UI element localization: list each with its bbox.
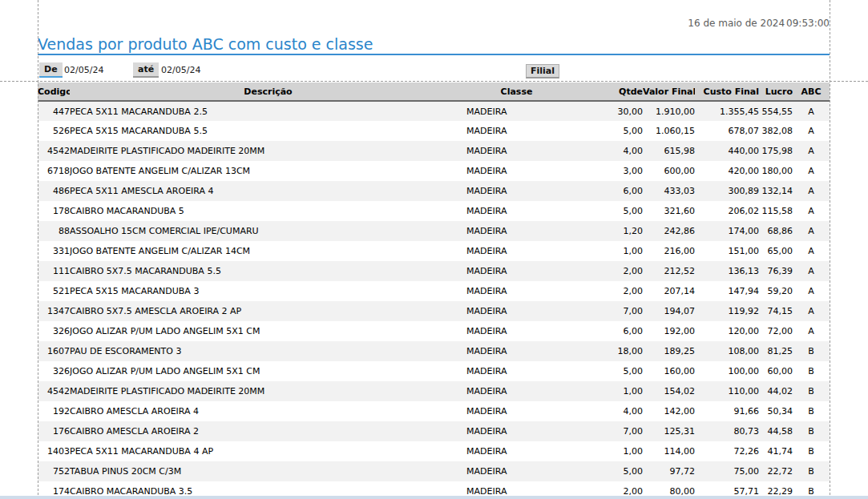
cell-codigo: 6718	[38, 161, 70, 181]
cell-qtde: 7,00	[567, 421, 643, 441]
cell-valor-final: 600,00	[643, 161, 695, 181]
cell-qtde: 5,00	[567, 201, 643, 221]
cell-classe: MADEIRA	[466, 381, 567, 401]
cell-qtde: 1,00	[567, 241, 643, 261]
table-row: 178CAIBRO MACARANDUBA 5MADEIRA5,00321,60…	[38, 201, 830, 221]
cell-qtde: 5,00	[567, 121, 643, 141]
timestamp-date: 16 de maio de 2024	[688, 18, 785, 29]
date-from-value: 02/05/24	[64, 65, 103, 75]
page-title: Vendas por produto ABC com custo e class…	[38, 35, 373, 53]
cell-classe: MADEIRA	[466, 301, 567, 321]
cell-custo-final: 110,00	[695, 381, 759, 401]
cell-codigo: 326	[38, 321, 70, 341]
table-row: 326JOGO ALIZAR P/UM LADO ANGELIM 5X1 CMM…	[38, 321, 830, 341]
cell-qtde: 18,00	[567, 341, 643, 361]
cell-lucro: 41,74	[759, 441, 793, 461]
cell-valor-final: 321,60	[643, 201, 695, 221]
cell-codigo: 1347	[38, 301, 70, 321]
cell-qtde: 1,00	[567, 381, 643, 401]
cell-codigo: 176	[38, 421, 70, 441]
cell-descricao: TABUA PINUS 20CM C/3M	[70, 461, 466, 481]
cell-descricao: PECA 5X15 MACARANDUBA 3	[70, 281, 466, 301]
print-margin-guide-right	[830, 0, 830, 499]
cell-lucro: 44,02	[759, 381, 793, 401]
cell-custo-final: 75,00	[695, 461, 759, 481]
table-row: 526PECA 5X15 MACARANDUBA 5.5MADEIRA5,001…	[38, 121, 830, 141]
cell-classe: MADEIRA	[466, 321, 567, 341]
table-row: 88ASSOALHO 15CM COMERCIAL IPE/CUMARUMADE…	[38, 221, 830, 241]
table-row: 4542MADEIRITE PLASTIFICADO MADEIRITE 20M…	[38, 141, 830, 161]
date-from-chip[interactable]: De	[39, 62, 63, 78]
cell-abc: A	[793, 101, 830, 121]
cell-custo-final: 119,92	[695, 301, 759, 321]
cell-classe: MADEIRA	[466, 221, 567, 241]
cell-qtde: 2,00	[567, 261, 643, 281]
cell-descricao: PAU DE ESCORAMENTO 3	[70, 341, 466, 361]
cell-abc: A	[793, 301, 830, 321]
cell-classe: MADEIRA	[466, 341, 567, 361]
cell-valor-final: 212,52	[643, 261, 695, 281]
cell-descricao: JOGO BATENTE ANGELIM C/ALIZAR 13CM	[70, 161, 466, 181]
cell-abc: B	[793, 341, 830, 361]
cell-lucro: 44,58	[759, 421, 793, 441]
cell-lucro: 72,00	[759, 321, 793, 341]
cell-descricao: JOGO ALIZAR P/UM LADO ANGELIM 5X1 CM	[70, 361, 466, 381]
cell-classe: MADEIRA	[466, 461, 567, 481]
cell-abc: A	[793, 161, 830, 181]
cell-valor-final: 160,00	[643, 361, 695, 381]
table-row: 1607PAU DE ESCORAMENTO 3MADEIRA18,00189,…	[38, 341, 830, 361]
cell-custo-final: 91,66	[695, 401, 759, 421]
column-header-qtde: Qtde	[567, 82, 643, 101]
cell-lucro: 115,58	[759, 201, 793, 221]
cell-custo-final: 120,00	[695, 321, 759, 341]
cell-valor-final: 615,98	[643, 141, 695, 161]
cell-valor-final: 1.910,00	[643, 101, 695, 121]
cell-classe: MADEIRA	[466, 361, 567, 381]
cell-descricao: ASSOALHO 15CM COMERCIAL IPE/CUMARU	[70, 221, 466, 241]
table-row: 192CAIBRO AMESCLA AROEIRA 4MADEIRA4,0014…	[38, 401, 830, 421]
report-page: 16 de maio de 202409:53:00 Vendas por pr…	[0, 0, 868, 499]
cell-descricao: MADEIRITE PLASTIFICADO MADEIRITE 20MM	[70, 381, 466, 401]
cell-descricao: CAIBRO 5X7.5 MACARANDUBA 5.5	[70, 261, 466, 281]
cell-codigo: 4542	[38, 141, 70, 161]
cell-valor-final: 216,00	[643, 241, 695, 261]
cell-qtde: 30,00	[567, 101, 643, 121]
cell-custo-final: 72,26	[695, 441, 759, 461]
table-row: 1403PECA 5X11 MACARANDUBA 4 APMADEIRA1,0…	[38, 441, 830, 461]
table-row: 176CAIBRO AMESCLA AROEIRA 2MADEIRA7,0012…	[38, 421, 830, 441]
cell-custo-final: 100,00	[695, 361, 759, 381]
table-row: 486PECA 5X11 AMESCLA AROEIRA 4MADEIRA6,0…	[38, 181, 830, 201]
cell-codigo: 1403	[38, 441, 70, 461]
cell-codigo: 192	[38, 401, 70, 421]
cell-qtde: 5,00	[567, 461, 643, 481]
cell-classe: MADEIRA	[466, 421, 567, 441]
cell-descricao: JOGO ALIZAR P/UM LADO ANGELIM 5X1 CM	[70, 321, 466, 341]
cell-lucro: 59,20	[759, 281, 793, 301]
cell-codigo: 4542	[38, 381, 70, 401]
cell-valor-final: 154,02	[643, 381, 695, 401]
cell-custo-final: 174,00	[695, 221, 759, 241]
cell-valor-final: 192,00	[643, 321, 695, 341]
cell-abc: B	[793, 441, 830, 461]
cell-valor-final: 242,86	[643, 221, 695, 241]
cell-valor-final: 142,00	[643, 401, 695, 421]
date-to-value: 02/05/24	[161, 65, 200, 75]
print-margin-guide-left	[38, 0, 38, 499]
print-margin-guide-top	[0, 81, 868, 82]
cell-custo-final: 80,73	[695, 421, 759, 441]
cell-lucro: 132,14	[759, 181, 793, 201]
date-to-chip[interactable]: até	[133, 62, 159, 78]
filial-button[interactable]: Filial	[526, 64, 559, 78]
cell-custo-final: 136,13	[695, 261, 759, 281]
cell-descricao: CAIBRO AMESCLA AROEIRA 4	[70, 401, 466, 421]
cell-qtde: 4,00	[567, 141, 643, 161]
cell-abc: B	[793, 461, 830, 481]
cell-abc: A	[793, 121, 830, 141]
cell-codigo: 521	[38, 281, 70, 301]
table-row: 521PECA 5X15 MACARANDUBA 3MADEIRA2,00207…	[38, 281, 830, 301]
cell-abc: A	[793, 321, 830, 341]
table-row: 331JOGO BATENTE ANGELIM C/ALIZAR 14CMMAD…	[38, 241, 830, 261]
cell-abc: A	[793, 261, 830, 281]
cell-valor-final: 125,31	[643, 421, 695, 441]
cell-codigo: 331	[38, 241, 70, 261]
